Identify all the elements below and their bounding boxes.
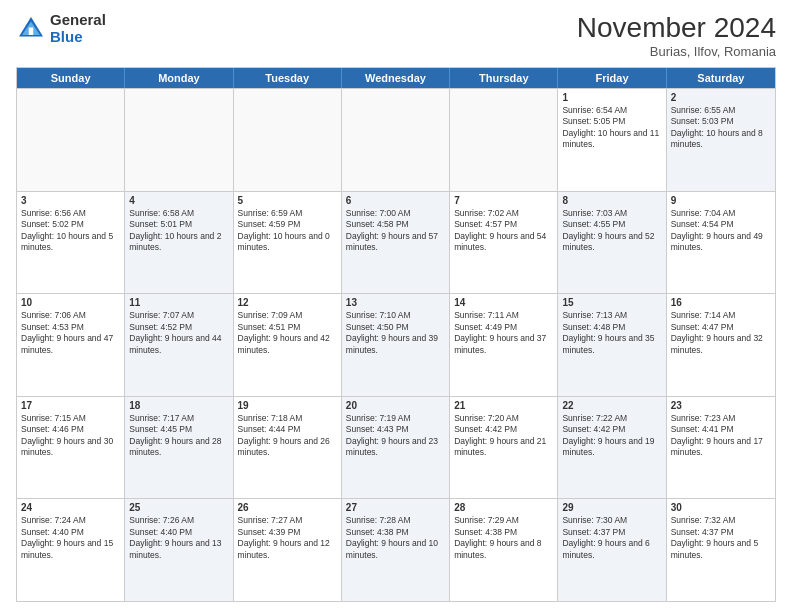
day-cell-3: 3Sunrise: 6:56 AM Sunset: 5:02 PM Daylig… [17, 192, 125, 294]
day-info: Sunrise: 7:17 AM Sunset: 4:45 PM Dayligh… [129, 413, 228, 459]
day-info: Sunrise: 7:06 AM Sunset: 4:53 PM Dayligh… [21, 310, 120, 356]
day-info: Sunrise: 7:00 AM Sunset: 4:58 PM Dayligh… [346, 208, 445, 254]
day-number: 3 [21, 195, 120, 206]
day-number: 30 [671, 502, 771, 513]
day-cell-12: 12Sunrise: 7:09 AM Sunset: 4:51 PM Dayli… [234, 294, 342, 396]
month-title: November 2024 [577, 12, 776, 44]
week-row-1: 3Sunrise: 6:56 AM Sunset: 5:02 PM Daylig… [17, 191, 775, 294]
weekday-header-friday: Friday [558, 68, 666, 88]
day-cell-24: 24Sunrise: 7:24 AM Sunset: 4:40 PM Dayli… [17, 499, 125, 601]
day-cell-1: 1Sunrise: 6:54 AM Sunset: 5:05 PM Daylig… [558, 89, 666, 191]
logo: General Blue [16, 12, 106, 45]
day-cell-13: 13Sunrise: 7:10 AM Sunset: 4:50 PM Dayli… [342, 294, 450, 396]
day-info: Sunrise: 7:32 AM Sunset: 4:37 PM Dayligh… [671, 515, 771, 561]
day-info: Sunrise: 7:10 AM Sunset: 4:50 PM Dayligh… [346, 310, 445, 356]
day-cell-22: 22Sunrise: 7:22 AM Sunset: 4:42 PM Dayli… [558, 397, 666, 499]
empty-cell [17, 89, 125, 191]
day-number: 13 [346, 297, 445, 308]
day-number: 19 [238, 400, 337, 411]
day-cell-4: 4Sunrise: 6:58 AM Sunset: 5:01 PM Daylig… [125, 192, 233, 294]
day-info: Sunrise: 6:55 AM Sunset: 5:03 PM Dayligh… [671, 105, 771, 151]
day-number: 26 [238, 502, 337, 513]
day-info: Sunrise: 7:27 AM Sunset: 4:39 PM Dayligh… [238, 515, 337, 561]
day-cell-5: 5Sunrise: 6:59 AM Sunset: 4:59 PM Daylig… [234, 192, 342, 294]
day-number: 21 [454, 400, 553, 411]
day-number: 18 [129, 400, 228, 411]
day-info: Sunrise: 7:03 AM Sunset: 4:55 PM Dayligh… [562, 208, 661, 254]
weekday-header-thursday: Thursday [450, 68, 558, 88]
day-cell-20: 20Sunrise: 7:19 AM Sunset: 4:43 PM Dayli… [342, 397, 450, 499]
day-number: 14 [454, 297, 553, 308]
day-number: 28 [454, 502, 553, 513]
calendar: SundayMondayTuesdayWednesdayThursdayFrid… [16, 67, 776, 602]
day-cell-15: 15Sunrise: 7:13 AM Sunset: 4:48 PM Dayli… [558, 294, 666, 396]
day-number: 27 [346, 502, 445, 513]
day-cell-19: 19Sunrise: 7:18 AM Sunset: 4:44 PM Dayli… [234, 397, 342, 499]
day-cell-28: 28Sunrise: 7:29 AM Sunset: 4:38 PM Dayli… [450, 499, 558, 601]
weekday-header-monday: Monday [125, 68, 233, 88]
day-number: 1 [562, 92, 661, 103]
day-number: 5 [238, 195, 337, 206]
empty-cell [234, 89, 342, 191]
day-info: Sunrise: 7:13 AM Sunset: 4:48 PM Dayligh… [562, 310, 661, 356]
day-number: 4 [129, 195, 228, 206]
day-number: 16 [671, 297, 771, 308]
day-cell-29: 29Sunrise: 7:30 AM Sunset: 4:37 PM Dayli… [558, 499, 666, 601]
day-info: Sunrise: 7:20 AM Sunset: 4:42 PM Dayligh… [454, 413, 553, 459]
day-number: 20 [346, 400, 445, 411]
day-info: Sunrise: 7:04 AM Sunset: 4:54 PM Dayligh… [671, 208, 771, 254]
day-info: Sunrise: 7:15 AM Sunset: 4:46 PM Dayligh… [21, 413, 120, 459]
empty-cell [125, 89, 233, 191]
logo-text: General Blue [50, 12, 106, 45]
day-info: Sunrise: 7:22 AM Sunset: 4:42 PM Dayligh… [562, 413, 661, 459]
day-info: Sunrise: 7:09 AM Sunset: 4:51 PM Dayligh… [238, 310, 337, 356]
day-number: 6 [346, 195, 445, 206]
day-cell-26: 26Sunrise: 7:27 AM Sunset: 4:39 PM Dayli… [234, 499, 342, 601]
empty-cell [450, 89, 558, 191]
weekday-header-wednesday: Wednesday [342, 68, 450, 88]
day-info: Sunrise: 7:18 AM Sunset: 4:44 PM Dayligh… [238, 413, 337, 459]
calendar-body: 1Sunrise: 6:54 AM Sunset: 5:05 PM Daylig… [17, 88, 775, 601]
day-cell-14: 14Sunrise: 7:11 AM Sunset: 4:49 PM Dayli… [450, 294, 558, 396]
day-number: 12 [238, 297, 337, 308]
day-info: Sunrise: 7:24 AM Sunset: 4:40 PM Dayligh… [21, 515, 120, 561]
day-cell-2: 2Sunrise: 6:55 AM Sunset: 5:03 PM Daylig… [667, 89, 775, 191]
day-info: Sunrise: 7:19 AM Sunset: 4:43 PM Dayligh… [346, 413, 445, 459]
weekday-header-saturday: Saturday [667, 68, 775, 88]
day-info: Sunrise: 7:28 AM Sunset: 4:38 PM Dayligh… [346, 515, 445, 561]
day-info: Sunrise: 7:02 AM Sunset: 4:57 PM Dayligh… [454, 208, 553, 254]
day-cell-8: 8Sunrise: 7:03 AM Sunset: 4:55 PM Daylig… [558, 192, 666, 294]
day-cell-18: 18Sunrise: 7:17 AM Sunset: 4:45 PM Dayli… [125, 397, 233, 499]
day-cell-7: 7Sunrise: 7:02 AM Sunset: 4:57 PM Daylig… [450, 192, 558, 294]
day-info: Sunrise: 6:54 AM Sunset: 5:05 PM Dayligh… [562, 105, 661, 151]
day-info: Sunrise: 7:07 AM Sunset: 4:52 PM Dayligh… [129, 310, 228, 356]
week-row-4: 24Sunrise: 7:24 AM Sunset: 4:40 PM Dayli… [17, 498, 775, 601]
week-row-3: 17Sunrise: 7:15 AM Sunset: 4:46 PM Dayli… [17, 396, 775, 499]
day-info: Sunrise: 7:23 AM Sunset: 4:41 PM Dayligh… [671, 413, 771, 459]
header: General Blue November 2024 Burias, Ilfov… [16, 12, 776, 59]
empty-cell [342, 89, 450, 191]
day-number: 9 [671, 195, 771, 206]
day-number: 17 [21, 400, 120, 411]
day-info: Sunrise: 6:56 AM Sunset: 5:02 PM Dayligh… [21, 208, 120, 254]
day-info: Sunrise: 7:26 AM Sunset: 4:40 PM Dayligh… [129, 515, 228, 561]
day-cell-30: 30Sunrise: 7:32 AM Sunset: 4:37 PM Dayli… [667, 499, 775, 601]
day-cell-17: 17Sunrise: 7:15 AM Sunset: 4:46 PM Dayli… [17, 397, 125, 499]
day-number: 11 [129, 297, 228, 308]
day-cell-11: 11Sunrise: 7:07 AM Sunset: 4:52 PM Dayli… [125, 294, 233, 396]
day-cell-23: 23Sunrise: 7:23 AM Sunset: 4:41 PM Dayli… [667, 397, 775, 499]
day-number: 29 [562, 502, 661, 513]
calendar-header: SundayMondayTuesdayWednesdayThursdayFrid… [17, 68, 775, 88]
day-info: Sunrise: 7:11 AM Sunset: 4:49 PM Dayligh… [454, 310, 553, 356]
day-info: Sunrise: 6:58 AM Sunset: 5:01 PM Dayligh… [129, 208, 228, 254]
week-row-2: 10Sunrise: 7:06 AM Sunset: 4:53 PM Dayli… [17, 293, 775, 396]
title-block: November 2024 Burias, Ilfov, Romania [577, 12, 776, 59]
page: General Blue November 2024 Burias, Ilfov… [0, 0, 792, 612]
logo-blue: Blue [50, 28, 83, 45]
logo-icon [16, 14, 46, 44]
day-cell-9: 9Sunrise: 7:04 AM Sunset: 4:54 PM Daylig… [667, 192, 775, 294]
day-cell-6: 6Sunrise: 7:00 AM Sunset: 4:58 PM Daylig… [342, 192, 450, 294]
week-row-0: 1Sunrise: 6:54 AM Sunset: 5:05 PM Daylig… [17, 88, 775, 191]
day-info: Sunrise: 7:30 AM Sunset: 4:37 PM Dayligh… [562, 515, 661, 561]
day-number: 15 [562, 297, 661, 308]
